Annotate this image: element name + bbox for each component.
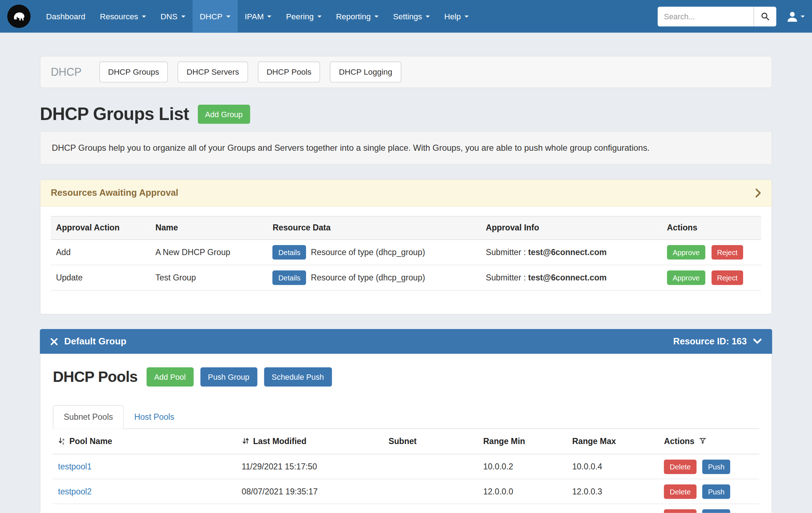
pool-link-testpool2[interactable]: testpool2 (58, 487, 91, 496)
table-row: testpool2 08/07/2021 19:35:17 12.0.0.0 1… (53, 479, 759, 504)
submitter-email: test@6connect.com (528, 273, 607, 282)
table-row-clipped: Delete Push (53, 504, 759, 513)
column-header-actions: Actions (662, 216, 761, 239)
schedule-push-button[interactable]: Schedule Push (264, 367, 332, 387)
range-min-cell: 10.0.0.2 (478, 454, 567, 479)
details-button[interactable]: Details (272, 270, 306, 285)
pool-actions-cell: Delete Push (659, 479, 759, 504)
search-button[interactable] (753, 6, 776, 26)
column-header-pool-actions: Actions (659, 429, 759, 454)
subnav-dhcp-logging-button[interactable]: DHCP Logging (330, 62, 401, 83)
user-menu[interactable] (787, 11, 805, 21)
range-max-cell: 12.0.0.3 (567, 479, 659, 504)
chevron-right-icon[interactable] (755, 188, 761, 198)
approval-info-cell: Submitter : test@6connect.com (481, 240, 662, 265)
chevron-down-icon[interactable] (753, 338, 762, 344)
approval-name-cell: Test Group (150, 265, 267, 290)
tab-host-pools[interactable]: Host Pools (124, 406, 185, 429)
approval-row: Update Test Group Details Resource of ty… (51, 265, 761, 290)
group-title: Default Group (64, 336, 126, 347)
reject-button[interactable]: Reject (711, 245, 743, 260)
add-pool-button[interactable]: Add Pool (146, 367, 194, 387)
app-logo[interactable] (7, 5, 30, 28)
resource-type-text: Resource of type (dhcp_group) (311, 248, 425, 257)
caret-down-icon (426, 15, 430, 18)
tab-subnet-pools[interactable]: Subnet Pools (53, 405, 124, 429)
search-input[interactable] (658, 6, 753, 26)
close-icon[interactable] (50, 338, 58, 345)
push-button[interactable]: Push (702, 484, 730, 499)
delete-button[interactable]: Delete (664, 509, 697, 513)
column-header-last-modified: Last Modified (236, 429, 383, 454)
subnav-dhcp-pools-button[interactable]: DHCP Pools (258, 62, 320, 83)
pool-name-cell: testpool1 (53, 454, 236, 479)
pools-title-row: DHCP Pools Add Pool Push Group Schedule … (53, 367, 759, 387)
caret-down-icon (375, 15, 379, 18)
submitter-label: Submitter : (486, 248, 526, 256)
nav-item-dhcp[interactable]: DHCP (192, 0, 237, 33)
section-label: DHCP (51, 66, 81, 78)
approval-table: Approval Action Name Resource Data Appro… (51, 216, 761, 291)
column-label: Actions (664, 437, 695, 446)
approval-name-cell: A New DHCP Group (150, 240, 267, 265)
approval-row: Add A New DHCP Group Details Resource of… (51, 240, 761, 265)
push-button[interactable]: Push (702, 459, 730, 474)
pool-name-cell: testpool2 (53, 479, 236, 504)
column-header-approval-action: Approval Action (51, 216, 150, 239)
nav-label: Reporting (336, 12, 371, 21)
mammoth-icon (11, 9, 27, 24)
approval-action-cell: Add (51, 240, 150, 265)
range-min-cell (478, 504, 567, 513)
nav-item-reporting[interactable]: Reporting (329, 0, 386, 33)
nav-item-dashboard[interactable]: Dashboard (39, 0, 93, 33)
approval-actions-cell: Approve Reject (662, 265, 761, 290)
delete-button[interactable]: Delete (664, 459, 697, 474)
pool-link-testpool1[interactable]: testpool1 (58, 462, 91, 471)
pools-table-header-row: az Pool Name Last Modified Subnet Range … (53, 429, 759, 454)
page-description: DHCP Groups help you to organize all of … (40, 131, 772, 165)
push-button[interactable]: Push (702, 509, 730, 513)
add-group-button[interactable]: Add Group (198, 105, 250, 124)
nav-label: Dashboard (46, 12, 85, 21)
svg-text:z: z (62, 441, 64, 445)
nav-label: Help (444, 12, 461, 21)
sort-icon[interactable] (242, 437, 250, 445)
nav-item-ipam[interactable]: IPAM (237, 0, 279, 33)
svg-text:a: a (62, 437, 65, 441)
pool-name-cell (53, 504, 236, 513)
nav-item-settings[interactable]: Settings (386, 0, 437, 33)
approval-panel-body: Approval Action Name Resource Data Appro… (40, 207, 772, 314)
subnav-dhcp-servers-button[interactable]: DHCP Servers (178, 62, 248, 83)
approval-info-cell: Submitter : test@6connect.com (481, 265, 662, 290)
nav-item-resources[interactable]: Resources (92, 0, 153, 33)
sort-alpha-icon[interactable]: az (58, 437, 66, 445)
nav-item-peering[interactable]: Peering (279, 0, 329, 33)
search-icon (761, 12, 770, 21)
approval-panel-title: Resources Awaiting Approval (51, 188, 178, 198)
subnav-dhcp-groups-button[interactable]: DHCP Groups (99, 62, 168, 83)
approval-actions-cell: Approve Reject (662, 240, 761, 265)
range-max-cell (567, 504, 659, 513)
filter-funnel-icon[interactable] (699, 437, 706, 444)
caret-down-icon (801, 15, 805, 18)
column-header-range-min: Range Min (478, 429, 567, 454)
submitter-label: Submitter : (486, 273, 526, 282)
approval-panel-header[interactable]: Resources Awaiting Approval (40, 180, 772, 206)
reject-button[interactable]: Reject (711, 270, 743, 285)
caret-down-icon (465, 15, 469, 18)
push-group-button[interactable]: Push Group (200, 367, 257, 387)
nav-label: DHCP (200, 12, 222, 21)
last-modified-cell: 11/29/2021 15:17:50 (236, 454, 383, 479)
delete-button[interactable]: Delete (664, 484, 697, 499)
details-button[interactable]: Details (272, 245, 306, 260)
caret-down-icon (142, 15, 146, 18)
nav-item-dns[interactable]: DNS (153, 0, 192, 33)
nav-item-help[interactable]: Help (437, 0, 476, 33)
top-navbar: Dashboard Resources DNS DHCP IPAM Peerin… (0, 0, 812, 33)
pool-actions-cell: Delete Push (659, 454, 759, 479)
range-min-cell: 12.0.0.0 (478, 479, 567, 504)
nav-label: DNS (160, 12, 177, 21)
approve-button[interactable]: Approve (667, 245, 706, 260)
approve-button[interactable]: Approve (667, 270, 706, 285)
column-header-pool-name: az Pool Name (53, 429, 236, 454)
